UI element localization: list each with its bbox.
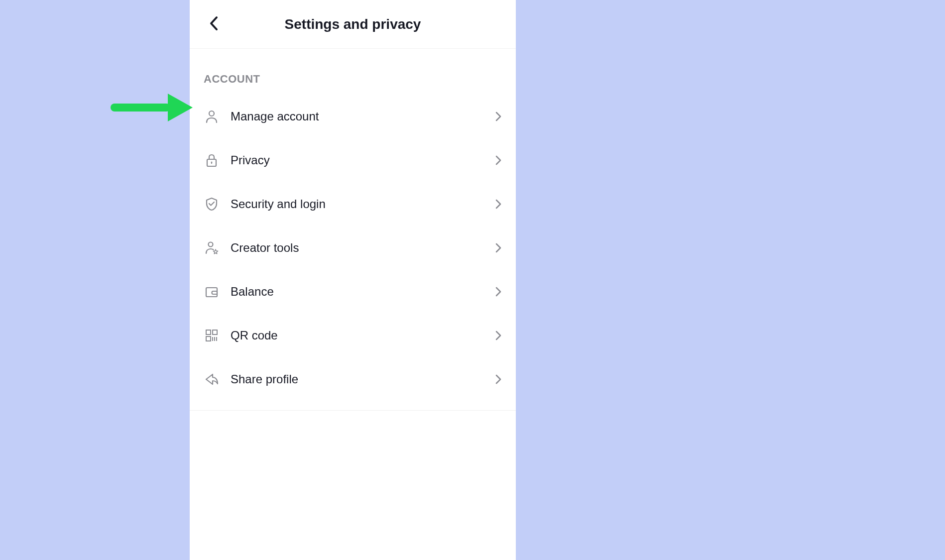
item-label: Balance (231, 285, 495, 299)
svg-rect-12 (111, 104, 170, 112)
item-label: Security and login (231, 197, 495, 211)
svg-rect-7 (213, 330, 217, 335)
annotation-arrow (111, 94, 193, 121)
back-button[interactable] (204, 14, 224, 34)
chevron-left-icon (209, 16, 218, 33)
settings-screen: Settings and privacy ACCOUNT Manage acco… (190, 0, 516, 560)
item-label: Share profile (231, 372, 495, 386)
chevron-right-icon (495, 154, 502, 166)
chevron-right-icon (495, 373, 502, 385)
settings-item-balance[interactable]: Balance (190, 270, 516, 314)
share-icon (204, 371, 220, 387)
shield-check-icon (204, 196, 220, 212)
user-star-icon (204, 240, 220, 256)
header: Settings and privacy (190, 0, 516, 49)
svg-rect-8 (206, 336, 211, 341)
svg-point-0 (209, 111, 214, 116)
lock-icon (204, 152, 220, 168)
chevron-right-icon (495, 111, 502, 122)
user-icon (204, 109, 220, 124)
wallet-icon (204, 284, 220, 300)
section-header: ACCOUNT (190, 49, 516, 95)
chevron-right-icon (495, 330, 502, 341)
svg-rect-6 (206, 330, 211, 335)
qr-code-icon (204, 328, 220, 343)
settings-item-share-profile[interactable]: Share profile (190, 357, 516, 401)
divider (190, 410, 516, 411)
settings-item-security[interactable]: Security and login (190, 182, 516, 226)
item-label: Manage account (231, 110, 495, 123)
settings-item-privacy[interactable]: Privacy (190, 138, 516, 182)
page-title: Settings and privacy (190, 16, 516, 32)
item-label: QR code (231, 329, 495, 342)
settings-item-qr-code[interactable]: QR code (190, 314, 516, 357)
chevron-right-icon (495, 198, 502, 210)
item-label: Privacy (231, 153, 495, 167)
svg-point-4 (209, 242, 213, 247)
settings-item-creator-tools[interactable]: Creator tools (190, 226, 516, 270)
settings-item-manage-account[interactable]: Manage account (190, 95, 516, 138)
chevron-right-icon (495, 242, 502, 254)
item-label: Creator tools (231, 241, 495, 255)
chevron-right-icon (495, 286, 502, 298)
